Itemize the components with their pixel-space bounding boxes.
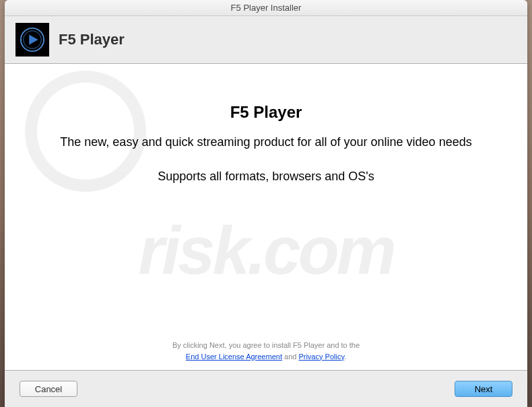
eula-link[interactable]: End User License Agreement <box>186 353 282 361</box>
next-button[interactable]: Next <box>455 381 512 397</box>
window-title: F5 Player Installer <box>231 3 302 13</box>
cancel-button[interactable]: Cancel <box>20 381 77 397</box>
installer-footer: Cancel Next <box>5 371 527 407</box>
content-subtitle: The new, easy and quick streaming produc… <box>45 134 487 151</box>
content-support-text: Supports all formats, browsers and OS's <box>45 170 487 184</box>
legal-suffix: . <box>344 353 346 361</box>
legal-and: and <box>282 353 298 361</box>
privacy-link[interactable]: Privacy Policy <box>298 353 344 361</box>
app-icon <box>15 23 49 57</box>
installer-header: F5 Player <box>5 16 527 64</box>
content-body: F5 Player The new, easy and quick stream… <box>45 103 487 184</box>
installer-window: F5 Player Installer F5 Player risk.com F… <box>5 0 527 407</box>
window-titlebar: F5 Player Installer <box>5 0 527 16</box>
installer-content: risk.com F5 Player The new, easy and qui… <box>5 64 527 371</box>
play-icon <box>20 27 45 52</box>
header-app-name: F5 Player <box>59 31 125 48</box>
legal-text: By clicking Next, you agree to install F… <box>5 340 527 362</box>
legal-prefix: By clicking Next, you agree to install F… <box>172 341 360 349</box>
content-title: F5 Player <box>45 103 487 122</box>
svg-marker-2 <box>29 34 38 44</box>
